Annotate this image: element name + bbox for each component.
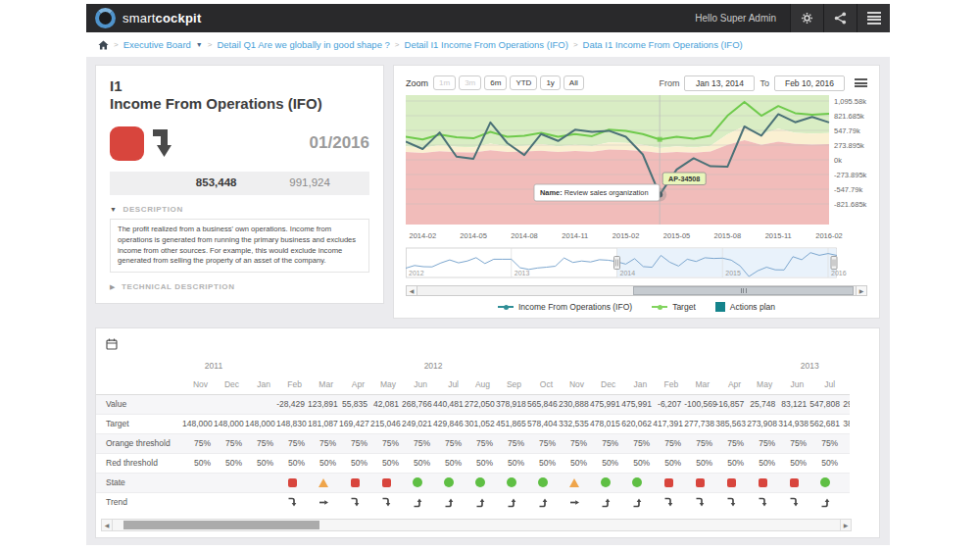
table-cell: 230,888 bbox=[559, 394, 590, 414]
smartcockpit-logo-icon bbox=[95, 8, 116, 28]
table-scroll-track[interactable] bbox=[113, 519, 840, 531]
legend-line-swatch bbox=[498, 306, 514, 308]
settings-button[interactable] bbox=[790, 4, 823, 32]
zoom-button-1y[interactable]: 1y bbox=[540, 75, 560, 90]
trend-up-icon bbox=[820, 497, 831, 508]
main-chart[interactable]: Name: Review sales organizationAP-345081… bbox=[406, 95, 867, 242]
brand-logo[interactable]: smartcockpit bbox=[86, 4, 201, 32]
table-cell bbox=[684, 473, 715, 492]
technical-description-toggle[interactable]: ▶ TECHNICAL DESCRIPTION bbox=[110, 282, 369, 291]
navigator-chart[interactable]: 20122013201420152016 bbox=[406, 246, 867, 279]
table-cell bbox=[339, 473, 370, 492]
table-cell: 42,081 bbox=[370, 394, 402, 414]
y-axis-label: 821.685k bbox=[834, 112, 864, 121]
table-cell: 55,835 bbox=[339, 394, 370, 414]
month-header: May bbox=[747, 375, 778, 394]
svg-text:Name: Review sales organizatio: Name: Review sales organization bbox=[540, 188, 649, 197]
month-header: Aug bbox=[465, 375, 496, 394]
navigator-handle[interactable] bbox=[614, 257, 620, 270]
navigator-handle[interactable] bbox=[831, 257, 837, 270]
table-cell: 75% bbox=[715, 433, 747, 453]
table-cell: 75% bbox=[684, 433, 715, 453]
nav-scroll-track[interactable] bbox=[417, 285, 856, 296]
x-axis-label: 2014-11 bbox=[562, 231, 588, 240]
table-cell: -100,569 bbox=[684, 394, 715, 414]
gear-icon bbox=[801, 12, 813, 25]
breadcrumb-separator: > bbox=[395, 40, 400, 49]
state-green-icon bbox=[538, 477, 548, 487]
from-date-input[interactable]: Jan 13, 2014 bbox=[684, 75, 755, 91]
table-cell bbox=[214, 492, 245, 512]
state-green-icon bbox=[820, 477, 830, 487]
table-cell bbox=[276, 492, 308, 512]
zoom-button-3m[interactable]: 3m bbox=[459, 75, 481, 90]
year-label: 2014 bbox=[620, 270, 636, 276]
calendar-icon[interactable] bbox=[106, 338, 118, 350]
breadcrumb-link-0[interactable]: Executive Board bbox=[123, 39, 191, 50]
table-cell: 75% bbox=[747, 433, 778, 453]
to-label: To bbox=[760, 78, 769, 88]
zoom-button-6m[interactable]: 6m bbox=[484, 75, 507, 90]
zoom-button-1m[interactable]: 1m bbox=[433, 75, 456, 90]
chevron-down-icon[interactable]: ▼ bbox=[196, 41, 203, 48]
table-scroll-left-arrow[interactable]: ◀ bbox=[101, 519, 113, 531]
legend-item-1[interactable]: Target bbox=[652, 302, 696, 312]
table-cell bbox=[465, 473, 496, 492]
table-cell: 314,938 bbox=[778, 414, 809, 433]
to-date-input[interactable]: Feb 10, 2016 bbox=[774, 75, 845, 91]
breadcrumb-link-2[interactable]: Detail I1 Income From Operations (IFO) bbox=[405, 39, 568, 50]
table-cell: 50% bbox=[590, 453, 621, 473]
table-cell bbox=[621, 492, 653, 512]
zoom-button-YTD[interactable]: YTD bbox=[510, 75, 537, 90]
table-cell bbox=[308, 492, 339, 512]
nav-scroll-right-arrow[interactable]: ▶ bbox=[856, 285, 867, 296]
description-toggle[interactable]: ▼ DESCRIPTION bbox=[110, 205, 369, 214]
table-scroll-thumb[interactable] bbox=[123, 521, 319, 529]
breadcrumb-link-1[interactable]: Detail Q1 Are we globally in good shape … bbox=[217, 39, 389, 50]
table-row-state: State bbox=[96, 473, 850, 492]
table-cell: 75% bbox=[590, 433, 621, 453]
chart-card: Zoom 1m3m6mYTD1yAll From Jan 13, 2014 To… bbox=[393, 65, 880, 319]
table-cell: 50% bbox=[809, 453, 841, 473]
state-orange-icon bbox=[569, 478, 579, 487]
state-red-icon bbox=[664, 478, 673, 487]
table-cell: 301,052 bbox=[465, 414, 496, 433]
month-header: Jan bbox=[245, 375, 276, 394]
row-label: State bbox=[96, 473, 182, 492]
share-button[interactable] bbox=[823, 4, 857, 32]
table-cell bbox=[590, 492, 621, 512]
table-cell bbox=[715, 492, 747, 512]
legend-item-0[interactable]: Income From Operations (IFO) bbox=[498, 302, 632, 312]
table-cell: 50% bbox=[465, 453, 496, 473]
nav-scroll-left-arrow[interactable]: ◀ bbox=[406, 285, 417, 296]
x-axis-label: 2015-02 bbox=[612, 231, 640, 240]
table-scroll-right-arrow[interactable]: ▶ bbox=[840, 519, 852, 531]
zoom-button-All[interactable]: All bbox=[564, 75, 584, 90]
chart-context-menu-button[interactable] bbox=[855, 77, 867, 89]
action-plan-flag[interactable]: AP-34508 bbox=[662, 173, 706, 185]
month-header: Apr bbox=[339, 375, 370, 394]
table-cell bbox=[715, 473, 747, 492]
state-red-icon bbox=[351, 478, 360, 487]
trend-right-icon bbox=[569, 497, 580, 508]
kpi-card: I1 Income From Operations (IFO) 01/2016 … bbox=[95, 65, 384, 304]
table-cell bbox=[747, 492, 778, 512]
navigator-scrollbar: ◀ ▶ bbox=[406, 285, 867, 296]
table-cell: 50% bbox=[653, 453, 684, 473]
bad-zone-band bbox=[406, 140, 829, 225]
table-cell bbox=[245, 492, 276, 512]
table-cell bbox=[653, 492, 684, 512]
table-cell: 50% bbox=[496, 453, 527, 473]
table-cell: 50% bbox=[339, 453, 370, 473]
breadcrumb-link-3[interactable]: Data I1 Income From Operations (IFO) bbox=[583, 39, 743, 50]
table-cell: 417,391 bbox=[653, 414, 684, 433]
nav-scroll-thumb[interactable] bbox=[633, 286, 853, 295]
legend-item-2[interactable]: Actions plan bbox=[715, 302, 775, 312]
table-cell: -28,429 bbox=[276, 394, 308, 414]
year-label: 2013 bbox=[514, 270, 530, 276]
table-cell bbox=[747, 473, 778, 492]
state-green-icon bbox=[601, 477, 611, 487]
table-cell: 378,918 bbox=[496, 394, 527, 414]
home-icon[interactable] bbox=[98, 40, 109, 50]
main-menu-button[interactable] bbox=[857, 4, 890, 32]
